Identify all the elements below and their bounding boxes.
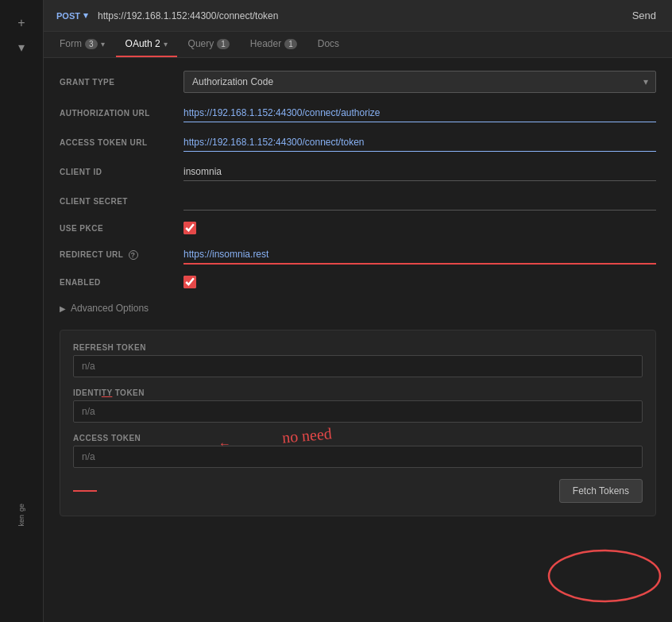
client-secret-label: CLIENT SECRET xyxy=(60,197,171,206)
identity-label-underlined: TY xyxy=(102,388,113,397)
url-bar: POST ▾ https://192.168.1.152:44300/conne… xyxy=(44,0,672,32)
enabled-checkbox-wrapper xyxy=(183,276,196,288)
tab-query-label: Query xyxy=(188,38,214,49)
grant-type-select-wrapper: Authorization Code Implicit Client Crede… xyxy=(183,71,656,93)
access-token-url-label: ACCESS TOKEN URL xyxy=(60,138,171,147)
fetch-tokens-button[interactable]: Fetch Tokens xyxy=(559,479,643,503)
tab-form-dropdown-icon: ▾ xyxy=(101,40,105,48)
tab-oauth2[interactable]: OAuth 2 ▾ xyxy=(116,32,177,57)
identity-token-group: IDENTITY TOKEN xyxy=(73,388,643,423)
access-token-group: ACCESS TOKEN xyxy=(73,434,643,468)
method-selector[interactable]: POST ▾ xyxy=(53,9,91,22)
tab-oauth2-label: OAuth 2 xyxy=(126,38,160,49)
use-pkce-checkbox[interactable] xyxy=(183,222,196,234)
auth-url-input[interactable] xyxy=(183,104,656,122)
token-section: REFRESH TOKEN IDENTITY TOKEN ACCESS TOKE… xyxy=(60,330,656,516)
advanced-options-toggle[interactable]: ▶ Advanced Options xyxy=(60,299,656,317)
content-area: GRANT TYPE Authorization Code Implicit C… xyxy=(44,58,672,622)
client-id-label: CLIENT ID xyxy=(60,168,171,176)
tab-bar: Form 3 ▾ OAuth 2 ▾ Query 1 Header 1 Docs xyxy=(44,32,672,58)
access-token-label: ACCESS TOKEN xyxy=(73,434,643,442)
svg-point-0 xyxy=(549,551,660,601)
advanced-options-label: Advanced Options xyxy=(71,303,149,314)
grant-type-row: GRANT TYPE Authorization Code Implicit C… xyxy=(60,71,656,93)
refresh-token-input[interactable] xyxy=(73,355,643,377)
redirect-url-input[interactable] xyxy=(183,245,656,265)
grant-type-select[interactable]: Authorization Code Implicit Client Crede… xyxy=(183,71,656,93)
grant-type-label: GRANT TYPE xyxy=(60,78,171,87)
tab-query[interactable]: Query 1 xyxy=(179,32,239,57)
tab-header-badge: 1 xyxy=(284,39,297,49)
advanced-options-arrow-icon: ▶ xyxy=(60,304,66,313)
tab-form[interactable]: Form 3 ▾ xyxy=(50,32,114,57)
tab-form-label: Form xyxy=(60,38,82,49)
use-pkce-checkbox-wrapper xyxy=(183,222,196,234)
tab-query-badge: 1 xyxy=(217,39,230,49)
method-label: POST xyxy=(56,11,80,21)
redirect-url-label: REDIRECT URL ? xyxy=(60,250,171,260)
sidebar-label-ge: ge xyxy=(17,504,25,512)
use-pkce-row: USE PKCE xyxy=(60,222,656,234)
main-panel: POST ▾ https://192.168.1.152:44300/conne… xyxy=(44,0,672,622)
refresh-token-label: REFRESH TOKEN xyxy=(73,343,643,352)
token-footer: Fetch Tokens xyxy=(73,479,643,503)
tab-docs[interactable]: Docs xyxy=(308,32,349,57)
identity-token-input[interactable] xyxy=(73,400,643,423)
method-dropdown-icon: ▾ xyxy=(83,10,88,21)
auth-url-row: AUTHORIZATION URL xyxy=(60,104,656,122)
redirect-url-help-icon[interactable]: ? xyxy=(129,250,138,260)
add-icon[interactable]: + xyxy=(14,13,28,33)
use-pkce-label: USE PKCE xyxy=(60,224,171,233)
dropdown-icon[interactable]: ▾ xyxy=(15,37,28,58)
tab-docs-label: Docs xyxy=(318,38,339,49)
send-button[interactable]: Send xyxy=(626,6,662,25)
enabled-label: ENABLED xyxy=(60,278,171,287)
client-secret-input[interactable] xyxy=(183,192,656,211)
client-secret-row: CLIENT SECRET no need ← xyxy=(60,192,656,211)
client-id-input[interactable] xyxy=(183,163,656,181)
tab-oauth2-dropdown-icon: ▾ xyxy=(164,40,168,48)
tab-header[interactable]: Header 1 xyxy=(241,32,307,57)
auth-url-label: AUTHORIZATION URL xyxy=(60,109,171,118)
access-token-url-input[interactable] xyxy=(183,133,656,152)
fetch-button-circle-annotation xyxy=(545,544,664,608)
access-token-url-row: ACCESS TOKEN URL xyxy=(60,133,656,152)
refresh-token-group: REFRESH TOKEN xyxy=(73,343,643,377)
token-divider xyxy=(73,490,97,492)
tab-header-label: Header xyxy=(250,38,281,49)
enabled-row: ENABLED xyxy=(60,276,656,288)
sidebar-label-ken: ken xyxy=(17,515,25,527)
identity-token-label: IDENTITY TOKEN xyxy=(73,388,643,397)
sidebar: + ▾ ge ken xyxy=(0,0,44,622)
client-id-row: CLIENT ID xyxy=(60,163,656,181)
identity-label-prefix: IDENTI xyxy=(73,388,102,397)
access-token-input[interactable] xyxy=(73,446,643,468)
redirect-url-row: REDIRECT URL ? xyxy=(60,245,656,265)
tab-form-badge: 3 xyxy=(85,39,98,49)
url-display[interactable]: https://192.168.1.152:44300/connect/toke… xyxy=(98,10,620,21)
identity-label-suffix: TOKEN xyxy=(112,388,145,397)
enabled-checkbox[interactable] xyxy=(183,276,196,288)
